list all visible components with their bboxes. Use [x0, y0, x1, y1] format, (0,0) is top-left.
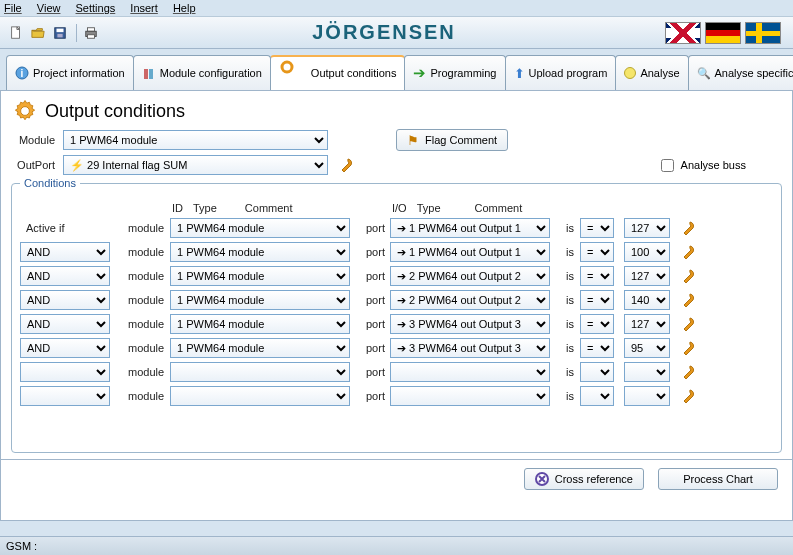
print-icon[interactable] [81, 23, 101, 43]
wrench-icon[interactable] [680, 340, 696, 356]
value-combo[interactable] [624, 362, 670, 382]
flag-de-icon[interactable] [705, 22, 741, 44]
is-label: is [560, 342, 578, 354]
value-combo[interactable]: 127 [624, 266, 670, 286]
language-flags [665, 22, 787, 44]
flag-comment-button[interactable]: ⚑ Flag Comment [396, 129, 508, 151]
port-combo[interactable]: ➔ 2 PWM64 out Output 2 [390, 266, 550, 286]
analyse-buss-label: Analyse buss [681, 159, 746, 171]
module-row-label: module [122, 246, 168, 258]
logic-combo[interactable]: AND [20, 290, 110, 310]
svg-rect-3 [57, 33, 62, 37]
conditions-grid: ID Type Comment I/O Type Comment Active … [20, 202, 773, 406]
menu-settings[interactable]: Settings [76, 2, 116, 14]
wrench-icon[interactable] [680, 220, 696, 236]
wrench-icon[interactable] [680, 244, 696, 260]
analyse-buss-checkbox[interactable] [661, 159, 674, 172]
port-combo[interactable]: ➔ 3 PWM64 out Output 3 [390, 338, 550, 358]
module-combo[interactable]: 1 PWM64 module [170, 290, 350, 310]
port-combo[interactable]: ➔ 2 PWM64 out Output 2 [390, 290, 550, 310]
value-combo[interactable]: 127 [624, 314, 670, 334]
module-select[interactable]: 1 PWM64 module [63, 130, 328, 150]
logic-combo[interactable]: AND [20, 242, 110, 262]
new-file-icon[interactable] [6, 23, 26, 43]
port-row-label: port [360, 342, 388, 354]
wrench-icon[interactable] [680, 268, 696, 284]
operator-combo[interactable]: = [580, 218, 614, 238]
module-row-label: module [122, 294, 168, 306]
svg-point-12 [285, 65, 289, 69]
gear-icon [11, 97, 39, 125]
operator-combo[interactable]: = [580, 338, 614, 358]
wrench-icon[interactable] [680, 364, 696, 380]
operator-combo[interactable]: = [580, 314, 614, 334]
wrench-icon[interactable] [680, 316, 696, 332]
logic-combo[interactable]: AND [20, 266, 110, 286]
operator-combo[interactable]: = [580, 242, 614, 262]
is-label: is [560, 294, 578, 306]
port-row-label: port [360, 222, 388, 234]
module-combo[interactable] [170, 386, 350, 406]
value-combo[interactable]: 100 [624, 242, 670, 262]
tab-module-configuration[interactable]: Module configuration [133, 55, 271, 90]
value-combo[interactable]: 140 [624, 290, 670, 310]
cross-reference-button[interactable]: Cross reference [524, 468, 644, 490]
status-gsm-label: GSM : [6, 540, 37, 552]
module-combo[interactable]: 1 PWM64 module [170, 314, 350, 334]
flag-se-icon[interactable] [745, 22, 781, 44]
menu-insert[interactable]: Insert [130, 2, 158, 14]
tab-upload-program[interactable]: ⬆ Upload program [505, 55, 617, 90]
port-combo[interactable]: ➔ 3 PWM64 out Output 3 [390, 314, 550, 334]
logic-combo[interactable]: AND [20, 338, 110, 358]
value-combo[interactable] [624, 386, 670, 406]
port-combo[interactable] [390, 386, 550, 406]
menu-view[interactable]: View [37, 2, 61, 14]
toolbar: JÖRGENSEN [0, 17, 793, 49]
svg-rect-6 [88, 34, 95, 38]
tab-analyse-specific[interactable]: 🔍 Analyse specific [688, 55, 793, 90]
module-row-label: module [122, 366, 168, 378]
module-combo[interactable]: 1 PWM64 module [170, 218, 350, 238]
open-file-icon[interactable] [28, 23, 48, 43]
wrench-icon[interactable] [338, 157, 354, 173]
port-combo[interactable]: ➔ 1 PWM64 out Output 1 [390, 242, 550, 262]
is-label: is [560, 366, 578, 378]
operator-combo[interactable]: = [580, 290, 614, 310]
tab-label: Analyse [640, 67, 679, 79]
tab-programming[interactable]: ➔ Programming [404, 55, 505, 90]
tab-project-information[interactable]: i Project information [6, 55, 134, 90]
module-combo[interactable] [170, 362, 350, 382]
operator-combo[interactable] [580, 386, 614, 406]
port-row-label: port [360, 390, 388, 402]
wrench-icon[interactable] [680, 292, 696, 308]
logic-combo[interactable]: AND [20, 314, 110, 334]
menu-help[interactable]: Help [173, 2, 196, 14]
logic-combo[interactable] [20, 362, 110, 382]
tab-analyse[interactable]: Analyse [615, 55, 688, 90]
outport-select[interactable]: ⚡ 29 Internal flag SUM [63, 155, 328, 175]
tab-output-conditions[interactable]: Output conditions [270, 55, 406, 90]
port-row-label: port [360, 366, 388, 378]
svg-point-13 [21, 107, 30, 116]
process-chart-button[interactable]: Process Chart [658, 468, 778, 490]
value-combo[interactable]: 127 [624, 218, 670, 238]
wrench-icon[interactable] [680, 388, 696, 404]
svg-rect-2 [57, 28, 64, 32]
button-label: Flag Comment [425, 134, 497, 146]
port-combo[interactable] [390, 362, 550, 382]
operator-combo[interactable] [580, 362, 614, 382]
operator-combo[interactable]: = [580, 266, 614, 286]
module-combo[interactable]: 1 PWM64 module [170, 266, 350, 286]
logic-combo[interactable] [20, 386, 110, 406]
flag-uk-icon[interactable] [665, 22, 701, 44]
menu-file[interactable]: File [4, 2, 22, 14]
svg-rect-9 [144, 69, 148, 79]
module-combo[interactable]: 1 PWM64 module [170, 338, 350, 358]
port-combo[interactable]: ➔ 1 PWM64 out Output 1 [390, 218, 550, 238]
conditions-legend: Conditions [20, 177, 80, 189]
module-combo[interactable]: 1 PWM64 module [170, 242, 350, 262]
magnifier-icon: 🔍 [697, 67, 711, 80]
save-file-icon[interactable] [50, 23, 70, 43]
page-content: Output conditions Module 1 PWM64 module … [0, 91, 793, 521]
value-combo[interactable]: 95 [624, 338, 670, 358]
